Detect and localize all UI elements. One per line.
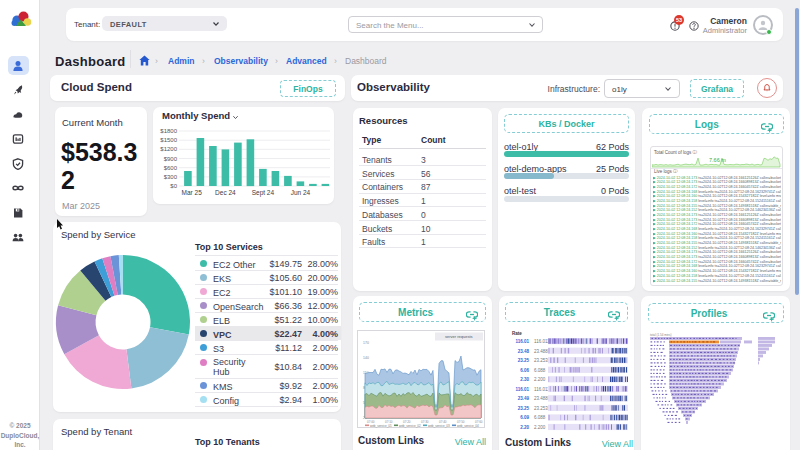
svg-text:total (1.54 mins): total (1.54 mins) — [650, 333, 672, 337]
svg-text:web_service_01: web_service_01 — [370, 424, 392, 428]
svg-text:$0: $0 — [170, 183, 177, 189]
svg-text:$900: $900 — [164, 156, 178, 162]
svg-text:Mar 25: Mar 25 — [182, 189, 203, 196]
svg-text:170: 170 — [363, 341, 369, 345]
svg-text:7.66 m: 7.66 m — [709, 157, 726, 163]
svg-text:140: 140 — [363, 356, 369, 360]
svg-text:Jun 24: Jun 24 — [291, 189, 311, 196]
svg-text:web_service_02: web_service_02 — [399, 424, 421, 428]
svg-text:$1800: $1800 — [160, 128, 177, 134]
svg-text:$1500: $1500 — [160, 137, 177, 143]
svg-text:web_service_04: web_service_04 — [457, 424, 479, 428]
svg-text:$1200: $1200 — [160, 146, 177, 152]
svg-text:Sept 24: Sept 24 — [252, 189, 275, 197]
svg-text:$300: $300 — [164, 174, 178, 180]
svg-text:Dec 24: Dec 24 — [215, 189, 236, 196]
svg-text:server requests: server requests — [445, 334, 473, 339]
svg-text:$600: $600 — [164, 165, 178, 171]
svg-text:web_service_03: web_service_03 — [428, 424, 450, 428]
